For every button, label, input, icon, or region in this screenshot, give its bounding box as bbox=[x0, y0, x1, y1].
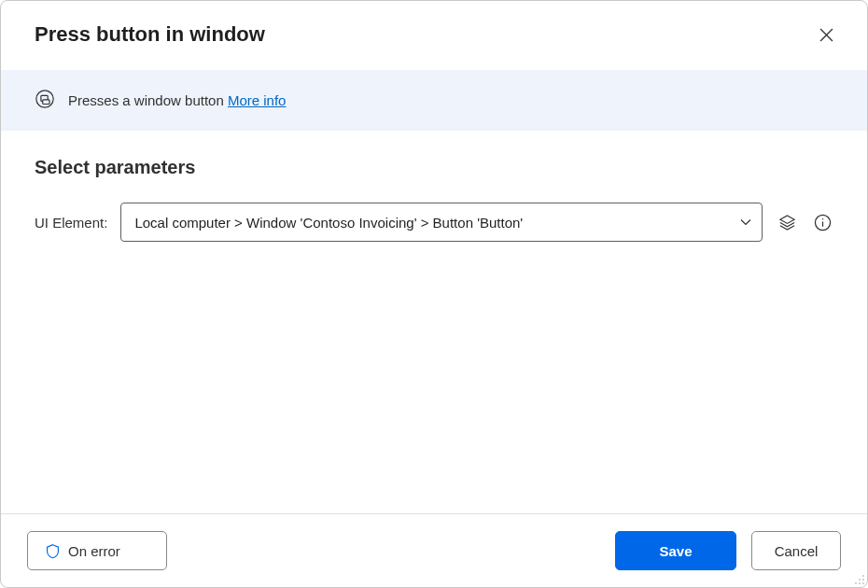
svg-point-7 bbox=[821, 217, 823, 219]
info-banner-text: Presses a window button More info bbox=[68, 92, 286, 108]
chevron-down-icon bbox=[739, 216, 752, 229]
dialog-content: Select parameters UI Element: Local comp… bbox=[1, 131, 867, 513]
svg-rect-4 bbox=[43, 100, 49, 105]
action-type-icon bbox=[35, 89, 55, 112]
ui-element-picker-button[interactable] bbox=[776, 211, 798, 233]
save-label: Save bbox=[659, 543, 692, 559]
dialog-title: Press button in window bbox=[35, 22, 811, 47]
info-icon bbox=[814, 214, 832, 231]
close-button[interactable] bbox=[811, 20, 841, 49]
svg-point-13 bbox=[859, 582, 861, 584]
close-icon bbox=[819, 28, 833, 42]
more-info-link[interactable]: More info bbox=[228, 92, 287, 108]
ui-element-value: Local computer > Window 'Contoso Invoici… bbox=[134, 215, 739, 231]
cancel-button[interactable]: Cancel bbox=[751, 531, 841, 570]
dialog-footer: On error Save Cancel bbox=[1, 513, 867, 587]
svg-point-12 bbox=[855, 582, 857, 584]
shield-icon bbox=[45, 543, 61, 559]
save-button[interactable]: Save bbox=[615, 531, 736, 570]
resize-grip-icon[interactable] bbox=[852, 572, 865, 585]
dialog-header: Press button in window bbox=[1, 1, 867, 70]
on-error-button[interactable]: On error bbox=[27, 531, 167, 570]
ui-element-dropdown[interactable]: Local computer > Window 'Contoso Invoici… bbox=[120, 203, 763, 242]
svg-point-2 bbox=[36, 91, 53, 107]
info-banner-desc: Presses a window button bbox=[68, 92, 224, 108]
on-error-label: On error bbox=[68, 543, 120, 559]
info-banner: Presses a window button More info bbox=[1, 70, 867, 131]
section-title: Select parameters bbox=[35, 157, 833, 178]
ui-element-info-button[interactable] bbox=[811, 211, 833, 233]
param-row-ui-element: UI Element: Local computer > Window 'Con… bbox=[35, 203, 833, 242]
svg-point-9 bbox=[862, 575, 864, 577]
svg-point-11 bbox=[862, 579, 864, 581]
layers-icon bbox=[778, 214, 796, 231]
svg-point-14 bbox=[862, 582, 864, 584]
svg-marker-5 bbox=[779, 215, 793, 223]
ui-element-label: UI Element: bbox=[35, 215, 107, 231]
dialog-press-button-in-window: Press button in window Presses a window … bbox=[0, 0, 868, 588]
cancel-label: Cancel bbox=[775, 543, 819, 559]
svg-point-10 bbox=[859, 579, 861, 581]
